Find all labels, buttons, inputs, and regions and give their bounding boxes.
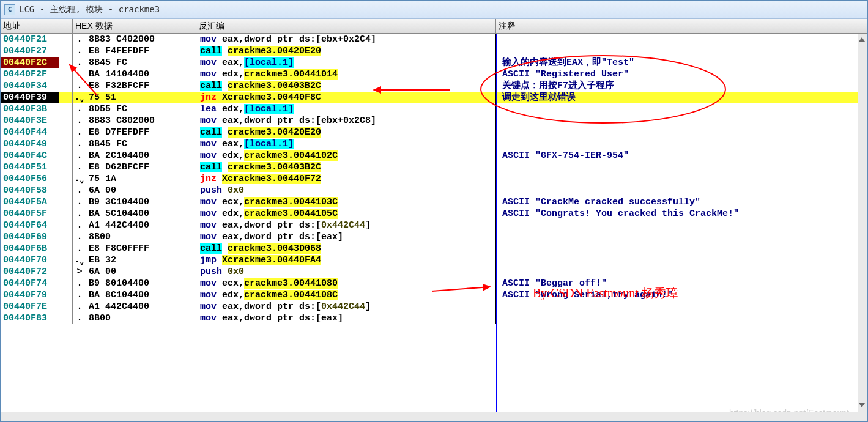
hex-cell: 6A 00 (86, 266, 196, 278)
disasm-row[interactable]: 00440F56.ˬ75 1Ajnz Xcrackme3.00440F72 (1, 173, 867, 185)
address-cell[interactable]: 00440F6B (1, 243, 59, 254)
disasm-row[interactable]: 00440F34.E8 F32BFCFFcall crackme3.00403B… (1, 80, 867, 92)
address-cell[interactable]: 00440F5A (1, 196, 59, 208)
column-headers: 地址 HEX 数据 反汇编 注释 (1, 19, 867, 34)
header-comment[interactable]: 注释 (496, 19, 867, 33)
disasm-row[interactable]: 00440F27.E8 F4FEFDFFcall crackme3.00420E… (1, 45, 867, 57)
comment-cell: 输入的内容送到EAX，即"Test" (496, 57, 867, 68)
address-cell[interactable]: 00440F72 (1, 266, 59, 278)
address-cell[interactable]: 00440F44 (1, 127, 59, 138)
address-cell[interactable]: 00440F3E (1, 115, 59, 127)
address-cell[interactable]: 00440F2F (1, 68, 59, 80)
comment-cell: ASCII "Registered User" (496, 68, 867, 80)
disasm-row[interactable]: 00440F44.E8 D7FEFDFFcall crackme3.00420E… (1, 127, 867, 138)
comment-cell (496, 115, 867, 127)
hex-cell: A1 442C4400 (86, 301, 196, 313)
hex-cell: E8 F32BFCFF (86, 80, 196, 92)
address-cell[interactable]: 00440F3B (1, 103, 59, 115)
address-cell[interactable]: 00440F4C (1, 150, 59, 161)
flag-cell: . (73, 45, 86, 57)
disasm-row[interactable]: 00440F51.E8 D62BFCFFcall crackme3.00403B… (1, 161, 867, 173)
hex-cell: E8 D7FEFDFF (86, 127, 196, 138)
scroll-down-icon[interactable] (858, 402, 866, 409)
hex-cell: B9 3C104400 (86, 196, 196, 208)
disasm-cell: mov eax,dword ptr ds:[ebx+0x2C4] (196, 34, 496, 45)
disasm-row[interactable]: 00440F7E.A1 442C4400mov eax,dword ptr ds… (1, 301, 867, 313)
header-hex[interactable]: HEX 数据 (73, 19, 196, 33)
hex-cell: 8B45 FC (86, 57, 196, 68)
flag-cell: . (73, 115, 86, 127)
flag-cell: . (73, 313, 86, 324)
address-cell[interactable]: 00440F79 (1, 289, 59, 301)
mark-cell (59, 57, 73, 68)
disasm-row[interactable]: 00440F70.ˬEB 32jmp Xcrackme3.00440FA4 (1, 254, 867, 266)
address-cell[interactable]: 00440F56 (1, 173, 59, 185)
disasm-row[interactable]: 00440F49.8B45 FCmov eax,[local.1] (1, 138, 867, 150)
mark-cell (59, 80, 73, 92)
disasm-row[interactable]: 00440F79.BA 8C104400mov edx,crackme3.004… (1, 289, 867, 301)
disasm-row[interactable]: 00440F83.8B00mov eax,dword ptr ds:[eax] (1, 313, 867, 324)
address-cell[interactable]: 00440F7E (1, 301, 59, 313)
address-cell[interactable]: 00440F21 (1, 34, 59, 45)
disasm-row[interactable]: 00440F5A.B9 3C104400mov ecx,crackme3.004… (1, 196, 867, 208)
disasm-cell: mov edx,crackme3.0044105C (196, 208, 496, 220)
disasm-row[interactable]: 00440F74.B9 80104400mov ecx,crackme3.004… (1, 278, 867, 289)
address-cell[interactable]: 00440F49 (1, 138, 59, 150)
flag-cell: .ˬ (73, 173, 86, 185)
disasm-row[interactable]: 00440F3E.8B83 C802000mov eax,dword ptr d… (1, 115, 867, 127)
flag-cell: . (73, 57, 86, 68)
comment-cell: 关键点：用按F7进入子程序 (496, 80, 867, 92)
address-cell[interactable]: 00440F70 (1, 254, 59, 266)
comment-cell: ASCII "Congrats! You cracked this CrackM… (496, 208, 867, 220)
address-cell[interactable]: 00440F69 (1, 231, 59, 243)
comment-cell: 调走到这里就错误 (496, 92, 867, 103)
scrollbar-horizontal[interactable] (1, 412, 867, 421)
address-cell[interactable]: 00440F64 (1, 220, 59, 231)
disasm-row[interactable]: 00440F2F.BA 14104400mov edx,crackme3.004… (1, 68, 867, 80)
disasm-row[interactable]: 00440F4C.BA 2C104400mov edx,crackme3.004… (1, 150, 867, 161)
hex-cell: BA 14104400 (86, 68, 196, 80)
address-cell[interactable]: 00440F34 (1, 80, 59, 92)
disasm-row[interactable]: 00440F58.6A 00push 0x0 (1, 185, 867, 196)
disassembly-rows[interactable]: 00440F21.8B83 C402000mov eax,dword ptr d… (1, 34, 867, 324)
address-cell[interactable]: 00440F74 (1, 278, 59, 289)
disasm-row[interactable]: 00440F21.8B83 C402000mov eax,dword ptr d… (1, 34, 867, 45)
disasm-row[interactable]: 00440F72>6A 00push 0x0 (1, 266, 867, 278)
header-disasm[interactable]: 反汇编 (196, 19, 496, 33)
address-cell[interactable]: 00440F27 (1, 45, 59, 57)
disasm-cell: lea edx,[local.1] (196, 103, 496, 115)
mark-cell (59, 208, 73, 220)
address-cell[interactable]: 00440F2C (1, 57, 59, 68)
disasm-row[interactable]: 00440F5F.BA 5C104400mov edx,crackme3.004… (1, 208, 867, 220)
disasm-cell: mov eax,dword ptr ds:[eax] (196, 231, 496, 243)
address-cell[interactable]: 00440F39 (1, 92, 59, 103)
mark-cell (59, 185, 73, 196)
title-bar[interactable]: C LCG - 主线程, 模块 - crackme3 (1, 1, 867, 19)
address-cell[interactable]: 00440F51 (1, 161, 59, 173)
disasm-cell: mov edx,crackme3.0044102C (196, 150, 496, 161)
flag-cell: . (73, 220, 86, 231)
mark-cell (59, 278, 73, 289)
hex-cell: E8 F4FEFDFF (86, 45, 196, 57)
disasm-row[interactable]: 00440F39.ˬ75 51jnz Xcrackme3.00440F8C调走到… (1, 92, 867, 103)
scrollbar-vertical[interactable] (858, 34, 867, 412)
flag-cell: . (73, 243, 86, 254)
disasm-row[interactable]: 00440F6B.E8 F8C0FFFFcall crackme3.0043D0… (1, 243, 867, 254)
column-divider[interactable] (496, 34, 497, 421)
address-cell[interactable]: 00440F58 (1, 185, 59, 196)
annotation-credit: By:CSDN Eastmount 杨秀璋 (533, 285, 678, 302)
disasm-cell: jnz Xcrackme3.00440F8C (196, 92, 496, 103)
address-cell[interactable]: 00440F83 (1, 313, 59, 324)
header-mark[interactable] (59, 19, 73, 33)
disasm-row[interactable]: 00440F3B.8D55 FClea edx,[local.1] (1, 103, 867, 115)
header-address[interactable]: 地址 (1, 19, 59, 33)
disasm-row[interactable]: 00440F64.A1 442C4400mov eax,dword ptr ds… (1, 220, 867, 231)
scroll-up-icon[interactable] (858, 36, 866, 43)
disasm-cell: push 0x0 (196, 185, 496, 196)
address-cell[interactable]: 00440F5F (1, 208, 59, 220)
flag-cell: . (73, 196, 86, 208)
mark-cell (59, 45, 73, 57)
disasm-row[interactable]: 00440F69.8B00mov eax,dword ptr ds:[eax] (1, 231, 867, 243)
hex-cell: A1 442C4400 (86, 220, 196, 231)
disasm-row[interactable]: 00440F2C.8B45 FCmov eax,[local.1]输入的内容送到… (1, 57, 867, 68)
